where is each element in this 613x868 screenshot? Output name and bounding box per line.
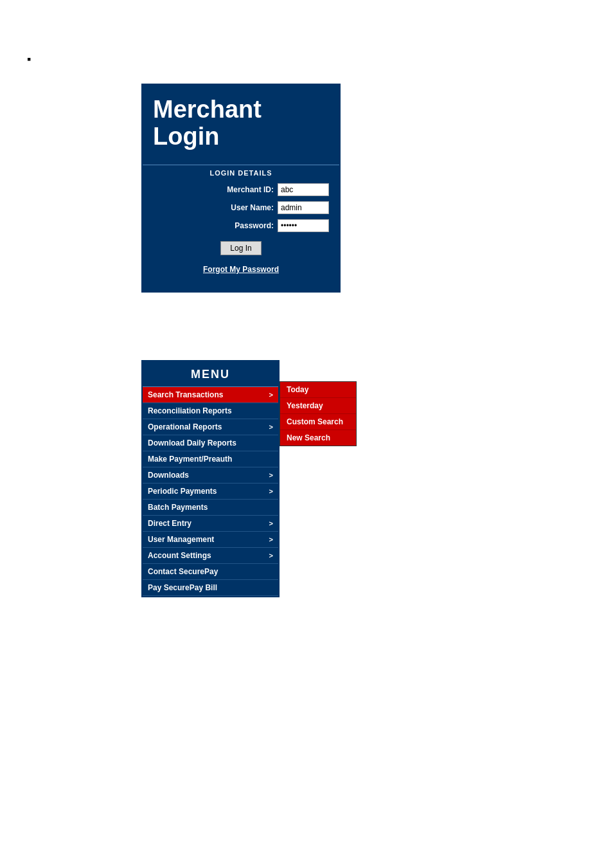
menu-item-label: Contact SecurePay <box>148 567 218 576</box>
login-title-area: Merchant Login <box>143 85 339 158</box>
password-label: Password: <box>235 221 274 230</box>
menu-wrapper: MENU Search Transactions > Reconciliatio… <box>141 360 357 597</box>
password-input[interactable] <box>278 219 329 232</box>
menu-item-contact-securepay[interactable]: Contact SecurePay <box>143 564 278 580</box>
password-row: Password: <box>143 217 339 235</box>
menu-item-label: Download Daily Reports <box>148 439 236 448</box>
menu-item-download-daily-reports[interactable]: Download Daily Reports <box>143 435 278 451</box>
menu-item-label: Make Payment/Preauth <box>148 455 232 464</box>
merchant-id-label: Merchant ID: <box>227 185 274 194</box>
menu-item-label: Downloads <box>148 471 189 480</box>
submenu-item-yesterday[interactable]: Yesterday <box>280 398 356 414</box>
menu-item-account-settings[interactable]: Account Settings > <box>143 548 278 564</box>
forgot-password-link[interactable]: Forgot My Password <box>203 265 279 274</box>
chevron-right-icon: > <box>269 487 273 495</box>
login-heading: Merchant Login <box>153 96 329 150</box>
menu-item-label: User Management <box>148 535 214 544</box>
login-form-area: LOGIN DETAILS Merchant ID: User Name: Pa… <box>143 158 339 291</box>
submenu-item-custom-search[interactable]: Custom Search <box>280 414 356 430</box>
menu-item-downloads[interactable]: Downloads > <box>143 467 278 484</box>
submenu-item-today[interactable]: Today <box>280 382 356 398</box>
chevron-right-icon: > <box>269 520 273 527</box>
submenu-item-new-search[interactable]: New Search <box>280 430 356 446</box>
menu-item-make-payment[interactable]: Make Payment/Preauth <box>143 451 278 467</box>
menu-item-label: Direct Entry <box>148 519 191 528</box>
chevron-right-icon: > <box>269 552 273 559</box>
menu-item-label: Batch Payments <box>148 503 208 512</box>
menu-item-periodic-payments[interactable]: Periodic Payments > <box>143 484 278 500</box>
forgot-password-row: Forgot My Password <box>143 260 339 281</box>
username-input[interactable] <box>278 201 329 214</box>
menu-container: MENU Search Transactions > Reconciliatio… <box>141 360 280 597</box>
menu-title: MENU <box>143 361 278 387</box>
menu-item-user-management[interactable]: User Management > <box>143 532 278 548</box>
chevron-right-icon: > <box>269 536 273 543</box>
merchant-id-row: Merchant ID: <box>143 181 339 199</box>
chevron-right-icon: > <box>269 423 273 431</box>
menu-item-operational-reports[interactable]: Operational Reports > <box>143 419 278 435</box>
menu-item-search-transactions[interactable]: Search Transactions > <box>143 387 278 403</box>
menu-item-label: Pay SecurePay Bill <box>148 583 217 592</box>
menu-item-direct-entry[interactable]: Direct Entry > <box>143 516 278 532</box>
menu-item-label: Search Transactions <box>148 390 223 399</box>
menu-item-batch-payments[interactable]: Batch Payments <box>143 500 278 516</box>
menu-item-label: Periodic Payments <box>148 487 217 496</box>
login-button[interactable]: Log In <box>220 241 261 255</box>
login-details-header: LOGIN DETAILS <box>143 165 339 181</box>
login-container: Merchant Login LOGIN DETAILS Merchant ID… <box>141 84 341 293</box>
username-label: User Name: <box>231 203 274 212</box>
menu-item-label: Reconciliation Reports <box>148 406 232 415</box>
menu-item-label: Account Settings <box>148 551 211 560</box>
chevron-right-icon: > <box>269 391 273 399</box>
menu-items-list: Search Transactions > Reconciliation Rep… <box>143 387 278 596</box>
bullet-point: ▪ <box>27 53 31 66</box>
menu-item-reconciliation-reports[interactable]: Reconciliation Reports <box>143 403 278 419</box>
chevron-right-icon: > <box>269 471 273 479</box>
username-row: User Name: <box>143 199 339 217</box>
menu-item-label: Operational Reports <box>148 422 222 431</box>
menu-item-pay-securepay-bill[interactable]: Pay SecurePay Bill <box>143 580 278 596</box>
login-button-row: Log In <box>143 235 339 260</box>
search-transactions-submenu: Today Yesterday Custom Search New Search <box>280 381 357 446</box>
merchant-id-input[interactable] <box>278 183 329 196</box>
